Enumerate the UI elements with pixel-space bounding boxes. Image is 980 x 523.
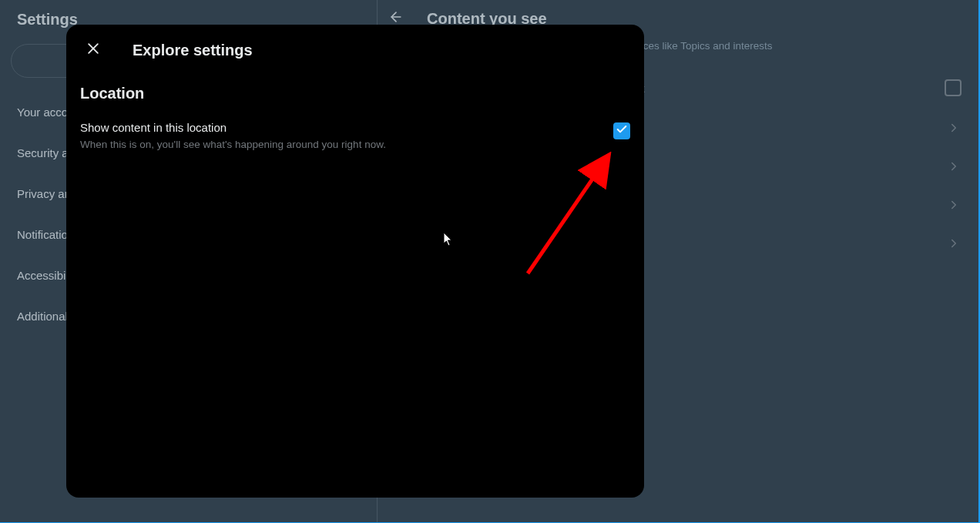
explore-settings-modal: Explore settings Location Show content i… bbox=[66, 25, 644, 498]
checkmark-icon bbox=[616, 123, 628, 139]
modal-header: Explore settings bbox=[66, 25, 644, 71]
modal-title: Explore settings bbox=[133, 42, 253, 59]
option-show-content-location: Show content in this location When this … bbox=[66, 113, 644, 158]
close-button[interactable] bbox=[80, 37, 106, 63]
close-icon bbox=[86, 41, 101, 59]
location-checkbox[interactable] bbox=[613, 122, 630, 139]
option-description: When this is on, you'll see what's happe… bbox=[80, 139, 386, 150]
modal-section-location: Location bbox=[66, 71, 644, 113]
option-text-group: Show content in this location When this … bbox=[80, 121, 386, 150]
option-label: Show content in this location bbox=[80, 121, 386, 134]
